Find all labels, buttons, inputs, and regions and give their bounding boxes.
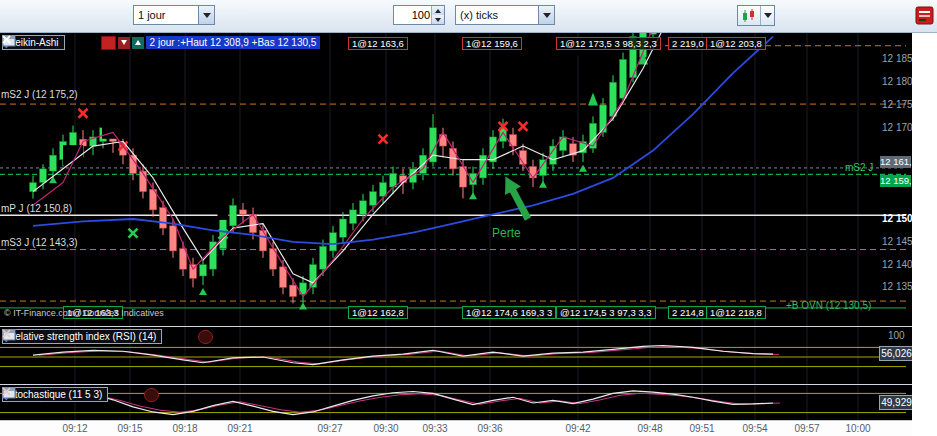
trade-label[interactable]: 1@12 162,8 [348, 306, 408, 319]
candle[interactable] [320, 246, 327, 269]
chevron-down-icon[interactable] [760, 6, 774, 25]
price-badge: 12 159,8 [880, 175, 911, 187]
marker-black-square [218, 209, 229, 220]
window-icon[interactable] [127, 388, 142, 402]
close-icon[interactable] [144, 388, 159, 402]
rsi-scale-label: 100 [888, 330, 905, 341]
rsi-panel: Relative strength index (RSI) (14) 100 5… [0, 326, 912, 384]
marker-black-square [373, 225, 393, 245]
candle[interactable] [360, 201, 367, 215]
pivot-level-label: mP J (12 150,8) [1, 203, 72, 214]
chart-type-button[interactable] [737, 5, 775, 26]
candle[interactable] [40, 169, 47, 183]
stochastic-header: Stochastique (11 5 3) [2, 387, 159, 402]
candle[interactable] [340, 219, 347, 237]
candle[interactable] [250, 214, 257, 232]
workspace-grid-icon[interactable] [915, 6, 934, 25]
order-label[interactable]: 1@12 159,6 [462, 37, 522, 50]
spinner-down-icon[interactable] [432, 15, 444, 24]
time-label: 09:30 [373, 423, 398, 434]
candle[interactable] [240, 210, 247, 215]
candle[interactable] [290, 285, 297, 296]
time-label: 09:27 [317, 423, 342, 434]
candle[interactable] [200, 265, 207, 276]
rsi-title[interactable]: Relative strength index (RSI) (14) [2, 329, 162, 344]
time-label: 10:00 [845, 423, 870, 434]
price-axis-label: 12 150 [882, 213, 912, 224]
price-axis-label: 12 185 [882, 53, 912, 64]
price-axis-label: 12 175 [882, 99, 912, 110]
candle[interactable] [330, 233, 337, 251]
time-label: 09:12 [62, 423, 87, 434]
main-chart-canvas[interactable] [0, 33, 912, 326]
trade-label[interactable]: 2 214,8 [668, 306, 708, 319]
candle[interactable] [600, 105, 607, 132]
price-axis-label: 12 180 [882, 76, 912, 87]
trade-label[interactable]: 1@12 218,8 [706, 306, 766, 319]
chevron-down-icon[interactable] [198, 6, 214, 24]
signal-up-triangle [299, 303, 307, 310]
tick-count-input[interactable]: 100 [393, 5, 445, 25]
wrench-icon[interactable] [164, 330, 179, 344]
candle[interactable] [50, 155, 57, 171]
signal-up-triangle [199, 288, 207, 295]
ovn-level-label: +B OVN (12 130,5) [786, 300, 871, 311]
close-icon[interactable] [101, 36, 116, 50]
pivot-level-label: mS2 J (12 175,2) [1, 89, 78, 100]
price-axis-label: 12 170 [882, 122, 912, 133]
time-label: 09:57 [794, 423, 819, 434]
price-axis-label: 12 135 [882, 281, 912, 292]
candle[interactable] [350, 210, 357, 224]
chevron-down-icon[interactable] [538, 6, 554, 24]
spinner-up-icon[interactable] [432, 6, 444, 15]
candle[interactable] [620, 59, 627, 98]
candle[interactable] [260, 230, 267, 251]
candle[interactable] [380, 183, 387, 197]
window-icon[interactable] [84, 36, 99, 50]
order-label[interactable]: 1@12 163,6 [348, 37, 408, 50]
close-icon[interactable] [198, 330, 213, 344]
candle[interactable] [530, 167, 537, 178]
time-label: 09:33 [422, 423, 447, 434]
wrench-icon[interactable] [110, 388, 125, 402]
window-icon[interactable] [181, 330, 196, 344]
order-label[interactable]: 1@12 173,5 3 98,3 2,3 [556, 37, 661, 50]
trade-label[interactable]: @12 174,5 3 97,3 3,3 [556, 306, 656, 319]
arrow-up-icon[interactable] [132, 37, 144, 49]
time-label: 09:54 [742, 423, 767, 434]
order-label[interactable]: 1@12 203,8 [706, 37, 766, 50]
price-axis-label: 12 140 [882, 259, 912, 270]
candle[interactable] [370, 192, 377, 206]
marker-red-x [519, 122, 528, 131]
arrow-down-icon[interactable] [118, 37, 130, 49]
rsi-value-badge: 56,026 [879, 346, 912, 361]
perte-annotation-label: Perte [492, 226, 521, 240]
candle[interactable] [230, 205, 237, 226]
main-chart-header: Heikin-Ashi 2 jour :+Haut 12 308,9 +Bas … [2, 35, 320, 50]
candle[interactable] [280, 267, 287, 288]
rsi-header: Relative strength index (RSI) (14) [2, 329, 213, 344]
time-label: 09:51 [689, 423, 714, 434]
candle[interactable] [170, 226, 177, 251]
ma-line-blue [33, 37, 773, 244]
period-select[interactable]: 1 jour [133, 5, 215, 25]
order-label[interactable]: 2 219,0 [668, 37, 708, 50]
candle[interactable] [560, 137, 567, 151]
pivot-level-label: mS3 J (12 143,3) [1, 237, 78, 248]
candle[interactable] [550, 146, 557, 164]
candle[interactable] [130, 155, 137, 173]
time-label: 09:48 [637, 423, 662, 434]
main-chart-panel: Heikin-Ashi 2 jour :+Haut 12 308,9 +Bas … [0, 33, 912, 326]
tick-unit-select[interactable]: (x) ticks [455, 5, 555, 25]
candle[interactable] [160, 208, 167, 229]
candle[interactable] [590, 123, 597, 148]
wrench-icon[interactable] [67, 36, 82, 50]
marker-red-x [79, 109, 88, 118]
trade-label[interactable]: 1@12 174,6 169,3 3 [462, 306, 556, 319]
time-axis[interactable]: 09:1209:1509:1809:2109:2709:3009:3309:36… [0, 420, 912, 436]
time-label: 09:15 [117, 423, 142, 434]
signal-up-arrow [588, 92, 598, 105]
tick-count-value: 100 [412, 9, 430, 21]
time-label: 09:42 [565, 423, 590, 434]
stochastic-title[interactable]: Stochastique (11 5 3) [2, 387, 108, 402]
